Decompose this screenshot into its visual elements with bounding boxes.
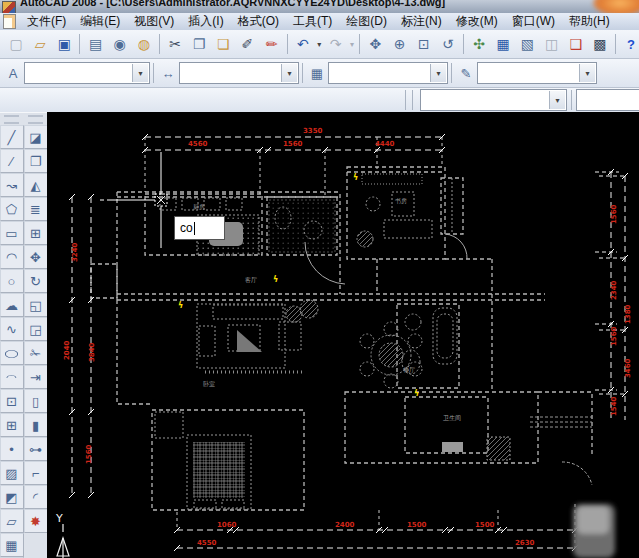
table-style-combo[interactable]: ▾ — [328, 62, 448, 84]
mleader-style-combo[interactable]: ▾ — [477, 62, 597, 84]
table-button[interactable]: ▦ — [0, 533, 24, 557]
copy-button[interactable]: ❐ — [24, 149, 48, 173]
line-button[interactable]: ╱ — [0, 125, 24, 149]
layers-button[interactable]: ▦ — [491, 32, 515, 57]
redo-button[interactable]: ↷ — [324, 32, 348, 57]
tool-palettes-button[interactable]: ◫ — [539, 32, 563, 57]
ucs-icon: Y — [55, 512, 69, 558]
zoom-window-button[interactable]: ⊡ — [412, 32, 436, 57]
menu-tools[interactable]: 工具(T) — [286, 13, 339, 30]
help-button[interactable]: ? — [619, 32, 639, 57]
menu-modify[interactable]: 修改(M) — [449, 13, 505, 30]
combo-arrow-button[interactable]: ▾ — [281, 64, 297, 82]
block-editor-button[interactable]: ✏ — [260, 32, 284, 57]
menu-edit[interactable]: 编辑(E) — [73, 13, 127, 30]
paste-button[interactable]: ❏ — [211, 32, 235, 57]
dim-text: 1560 — [610, 326, 618, 346]
join-button[interactable]: ⊶ — [24, 437, 48, 461]
revcloud-button[interactable]: ☁ — [0, 293, 24, 317]
dim-text: 2630 — [515, 539, 535, 547]
dynamic-input-box[interactable]: co — [174, 216, 225, 240]
polyline-button[interactable]: ↝ — [0, 173, 24, 197]
quickcalc-button[interactable]: ▩ — [588, 32, 612, 57]
break-at-point-button[interactable]: ▮ — [24, 413, 48, 437]
publish-button[interactable]: ◍ — [132, 32, 156, 57]
plot-preview-button[interactable]: ◉ — [108, 32, 132, 57]
dim-text: 1380 — [624, 304, 632, 324]
match-properties-button[interactable]: ✐ — [235, 32, 259, 57]
ellipse-arc-button[interactable]: ◠ — [0, 365, 24, 389]
combo-arrow-button[interactable]: ▾ — [549, 91, 565, 109]
move-icon: ✥ — [30, 250, 41, 265]
redo-dropdown[interactable]: ▾ — [348, 40, 357, 49]
document-menu-icon[interactable] — [3, 14, 16, 29]
polygon-button[interactable]: ⬠ — [0, 197, 24, 221]
copy-clip-button[interactable]: ❐ — [187, 32, 211, 57]
arc-button[interactable]: ◠ — [0, 245, 24, 269]
break-button[interactable]: ▯ — [24, 389, 48, 413]
explode-button[interactable]: ✸ — [24, 509, 48, 533]
zoom-realtime-button[interactable]: ⊕ — [388, 32, 412, 57]
region-button[interactable]: ▱ — [0, 509, 24, 533]
zoom-previous-button[interactable]: ↺ — [436, 32, 460, 57]
menu-draw[interactable]: 绘图(D) — [339, 13, 394, 30]
menu-dimension[interactable]: 标注(N) — [394, 13, 449, 30]
erase-icon: ◪ — [29, 130, 41, 145]
array-button[interactable]: ⊞ — [24, 221, 48, 245]
ellipse-button[interactable]: ◯ — [0, 341, 24, 365]
menu-format[interactable]: 格式(O) — [231, 13, 286, 30]
menu-view[interactable]: 视图(V) — [127, 13, 181, 30]
layer-states-button[interactable]: ▧ — [515, 32, 539, 57]
fillet-button[interactable]: ◜ — [24, 485, 48, 509]
menu-file[interactable]: 文件(F) — [20, 13, 73, 30]
hatch-button[interactable]: ▨ — [0, 461, 24, 485]
mirror-button[interactable]: ◭ — [24, 173, 48, 197]
circle-button[interactable]: ○ — [0, 269, 24, 293]
stretch-button[interactable]: ◲ — [24, 317, 48, 341]
trim-button[interactable]: ✁ — [24, 341, 48, 365]
text-style-combo[interactable]: ▾ — [24, 62, 150, 84]
menu-help[interactable]: 帮助(H) — [562, 13, 617, 30]
cut-button[interactable]: ✂ — [163, 32, 187, 57]
new-button[interactable]: ▢ — [4, 32, 28, 57]
rotate-button[interactable]: ↻ — [24, 269, 48, 293]
combo-arrow-button[interactable]: ▾ — [430, 64, 446, 82]
menu-insert[interactable]: 插入(I) — [181, 13, 230, 30]
rectangle-button[interactable]: ▭ — [0, 221, 24, 245]
point-button[interactable]: • — [0, 437, 24, 461]
undo-button[interactable]: ↶ — [291, 32, 315, 57]
extend-button[interactable]: ⇥ — [24, 365, 48, 389]
toolbar-grip[interactable] — [4, 115, 19, 124]
polyline-icon: ↝ — [6, 178, 17, 193]
insert-block-button[interactable]: ⊡ — [0, 389, 24, 413]
right-combo[interactable] — [576, 89, 639, 111]
mleader-style-icon: ✎ — [455, 62, 477, 84]
chamfer-button[interactable]: ⌐ — [24, 461, 48, 485]
spline-button[interactable]: ∿ — [0, 317, 24, 341]
title-bar[interactable]: AutoCAD 2008 - [C:\Users\Administrator.A… — [0, 0, 639, 14]
chamfer-icon: ⌐ — [32, 466, 40, 481]
gradient-button[interactable]: ◩ — [0, 485, 24, 509]
workspace-combo[interactable]: ▾ — [420, 89, 567, 111]
make-block-button[interactable]: ⊞ — [0, 413, 24, 437]
menu-window[interactable]: 窗口(W) — [505, 13, 562, 30]
scale-button[interactable]: ◱ — [24, 293, 48, 317]
dim-style-combo[interactable]: ▾ — [179, 62, 299, 84]
paste-icon: ❏ — [217, 37, 230, 51]
pan-button[interactable]: ✥ — [363, 32, 387, 57]
erase-button[interactable]: ◪ — [24, 125, 48, 149]
close-button[interactable] — [593, 0, 639, 14]
open-button[interactable]: ▱ — [28, 32, 52, 57]
construction-line-button[interactable]: ∕ — [0, 149, 24, 173]
markup-button[interactable]: ❑ — [564, 32, 588, 57]
toolbar-grip[interactable] — [28, 115, 43, 124]
drawing-canvas[interactable]: 3350 4560 1560 4440 3240 2040 3840 1560 … — [47, 112, 639, 558]
plot-button[interactable]: ▤ — [83, 32, 107, 57]
properties-button[interactable]: ✣ — [467, 32, 491, 57]
save-button[interactable]: ▣ — [52, 32, 76, 57]
combo-arrow-button[interactable]: ▾ — [132, 64, 148, 82]
move-button[interactable]: ✥ — [24, 245, 48, 269]
combo-arrow-button[interactable]: ▾ — [579, 64, 595, 82]
undo-dropdown[interactable]: ▾ — [315, 40, 324, 49]
offset-button[interactable]: ≣ — [24, 197, 48, 221]
